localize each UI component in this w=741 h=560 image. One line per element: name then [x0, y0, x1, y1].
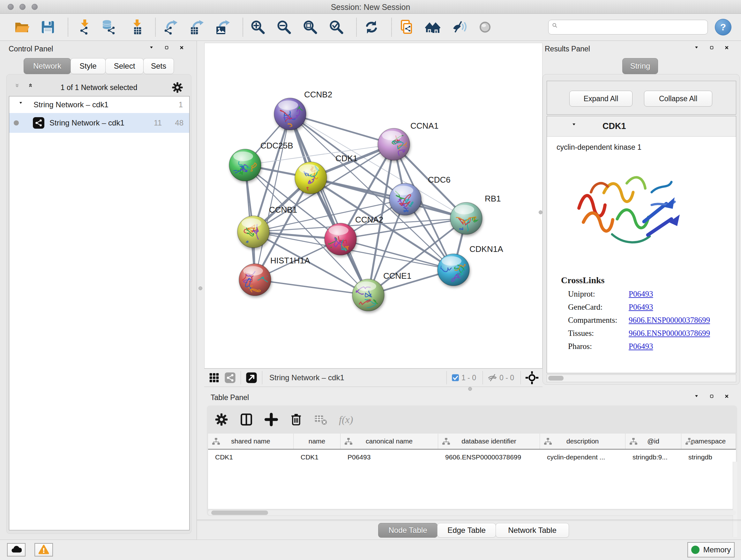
column-header-canonical-name[interactable]: canonical name	[340, 434, 438, 449]
panel-close-icon[interactable]	[725, 394, 733, 402]
warnings-button[interactable]	[35, 543, 53, 557]
crosslink-link[interactable]: 9606.ENSP00000378699	[629, 329, 710, 338]
plus-icon[interactable]	[264, 413, 278, 427]
network-node-CCNA1[interactable]	[378, 128, 410, 160]
table-cell[interactable]: CDK1	[293, 450, 340, 464]
network-node-CDK1[interactable]	[295, 162, 327, 195]
splitter-handle-left[interactable]	[199, 287, 202, 290]
selected-checkbox-icon[interactable]	[451, 374, 460, 382]
hierarchy-icon	[212, 437, 220, 446]
open-in-window-icon[interactable]	[246, 372, 258, 384]
gear-icon[interactable]	[214, 413, 228, 427]
crosslink-link[interactable]: P06493	[629, 342, 653, 351]
table-vertical-scrollbar[interactable]	[733, 462, 737, 537]
memory-button[interactable]: Memory	[687, 542, 735, 557]
tab-network-table[interactable]: Network Table	[495, 523, 569, 538]
export-image-icon[interactable]	[215, 19, 230, 35]
network-share-icon[interactable]	[224, 372, 236, 384]
expand-all-button[interactable]: Expand All	[569, 91, 632, 107]
splitter-handle-bottom[interactable]	[468, 387, 472, 391]
columns-icon[interactable]	[239, 413, 253, 427]
table-cell[interactable]: P06493	[340, 450, 438, 464]
table-scrollbar-thumb[interactable]	[211, 510, 268, 515]
crosslink-label: Pharos:	[568, 342, 629, 351]
open-folder-icon[interactable]	[14, 19, 29, 35]
crosslink-link[interactable]: 9606.ENSP00000378699	[629, 316, 710, 325]
toolbar-separator	[391, 18, 392, 37]
import-table-icon[interactable]	[128, 19, 143, 35]
splitter-handle-right[interactable]	[539, 210, 542, 214]
panel-close-icon[interactable]	[725, 46, 733, 54]
column-header-description[interactable]: description	[540, 434, 625, 449]
network-row[interactable]: String Network – cdk1 11 48	[9, 113, 189, 133]
help-button[interactable]: ?	[715, 19, 731, 36]
tab-string[interactable]: String	[622, 58, 658, 74]
fit-selected-crosshair-icon[interactable]	[525, 371, 539, 384]
table-cell[interactable]: 9606.ENSP00000378699	[438, 450, 540, 464]
save-icon[interactable]	[40, 19, 56, 35]
eye-dim-icon[interactable]	[477, 19, 493, 35]
network-node-CDC25B[interactable]	[229, 149, 261, 181]
network-node-RB1[interactable]	[450, 202, 482, 234]
zoom-out-icon[interactable]	[276, 19, 292, 35]
panel-menu-caret-icon[interactable]	[694, 45, 703, 54]
zoom-fit-icon[interactable]	[302, 19, 318, 35]
zoom-in-icon[interactable]	[250, 19, 266, 35]
column-header-database-identifier[interactable]: database identifier	[438, 434, 540, 449]
trash-icon[interactable]	[289, 413, 303, 427]
table-horizontal-scrollbar[interactable]	[208, 510, 736, 515]
collection-expand-caret[interactable]	[19, 101, 26, 109]
panel-menu-caret-icon[interactable]	[694, 394, 703, 402]
tab-style[interactable]: Style	[71, 58, 106, 74]
tab-select[interactable]: Select	[105, 58, 144, 74]
gene-expand-caret[interactable]	[572, 122, 580, 131]
network-edge[interactable]	[255, 280, 368, 295]
crosslink-link[interactable]: P06493	[629, 290, 653, 299]
results-horizontal-scrollbar[interactable]	[547, 374, 736, 382]
table-cell[interactable]: stringdb:9...	[625, 450, 681, 464]
tab-edge-table[interactable]: Edge Table	[437, 523, 496, 538]
network-node-CDKN1A[interactable]	[437, 254, 474, 286]
search-input[interactable]	[548, 20, 708, 35]
hide-toggle-icon[interactable]	[451, 19, 467, 35]
network-edge[interactable]	[290, 114, 368, 295]
network-edge[interactable]	[255, 114, 290, 280]
refresh-icon[interactable]	[364, 19, 379, 35]
birdseye-grid-icon[interactable]	[208, 372, 220, 384]
gene-header-row[interactable]: CDK1	[547, 116, 736, 137]
cloud-button[interactable]	[7, 543, 25, 557]
network-options-gear-icon[interactable]	[172, 81, 184, 94]
table-row[interactable]: CDK1CDK1P064939606.ENSP00000378699cyclin…	[208, 450, 736, 464]
table-cell[interactable]: stringdb	[681, 450, 736, 464]
table-cell[interactable]: cyclin-dependent ...	[540, 450, 625, 464]
results-scrollbar-thumb[interactable]	[548, 376, 563, 381]
table-cell[interactable]: CDK1	[208, 450, 293, 464]
import-network-icon[interactable]	[75, 19, 91, 35]
clone-network-icon[interactable]	[399, 19, 414, 35]
network-canvas[interactable]: CCNB2CCNA1CDC25BCDK1CDC6RB1CCNB1CCNA2CDK…	[204, 43, 542, 368]
network-collection-row[interactable]: String Network – cdk1 1	[9, 97, 189, 113]
zoom-check-icon[interactable]	[329, 19, 344, 35]
network-node-CDC6[interactable]	[389, 183, 421, 215]
column-header-namespace[interactable]: namespace	[681, 434, 736, 449]
crosslink-link[interactable]: P06493	[629, 303, 653, 312]
column-header--id[interactable]: @id	[625, 434, 681, 449]
import-database-icon[interactable]	[102, 19, 117, 35]
column-header-name[interactable]: name	[293, 434, 340, 449]
network-node-CCNA2[interactable]	[325, 223, 356, 255]
tab-node-table[interactable]: Node Table	[378, 523, 437, 538]
tab-sets[interactable]: Sets	[143, 58, 174, 74]
export-table-icon[interactable]	[189, 19, 204, 35]
panel-menu-caret-icon[interactable]	[149, 45, 158, 54]
panel-float-icon[interactable]	[710, 394, 718, 402]
panel-float-icon[interactable]	[165, 46, 173, 54]
tab-network[interactable]: Network	[23, 58, 71, 74]
panel-float-icon[interactable]	[710, 46, 718, 54]
column-header-shared-name[interactable]: shared name	[208, 434, 293, 449]
string-home-icon[interactable]	[425, 19, 441, 35]
panel-close-icon[interactable]	[180, 46, 188, 54]
export-network-icon[interactable]	[163, 19, 178, 35]
network-node-HIST1H1A[interactable]	[239, 264, 271, 296]
collapse-all-button[interactable]: Collapse All	[644, 91, 712, 107]
network-node-CCNE1[interactable]	[352, 279, 384, 319]
